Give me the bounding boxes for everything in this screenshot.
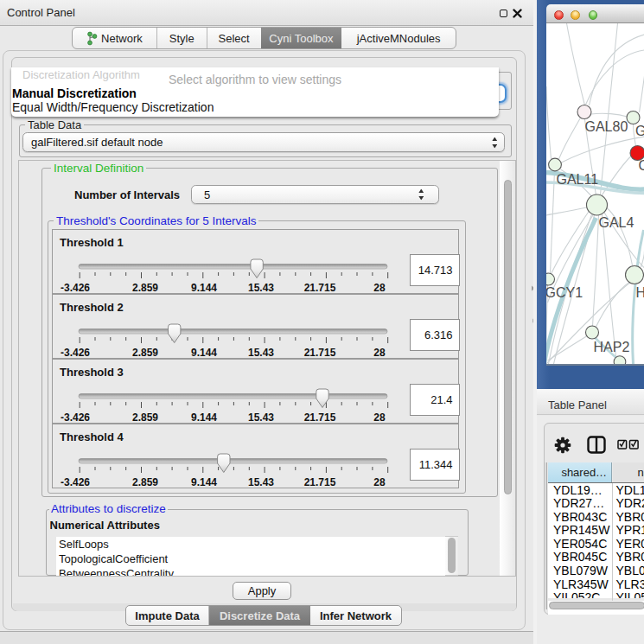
svg-text:HA: HA — [635, 285, 644, 300]
svg-text:GAL80: GAL80 — [584, 119, 628, 134]
svg-text:CY: CY — [638, 158, 644, 173]
svg-text:GCY1: GCY1 — [546, 285, 583, 300]
svg-text:GAL11: GAL11 — [556, 172, 598, 187]
svg-text:GAL4: GAL4 — [598, 215, 634, 230]
svg-text:HAP2: HAP2 — [593, 340, 629, 354]
svg-text:GA: GA — [635, 124, 644, 138]
